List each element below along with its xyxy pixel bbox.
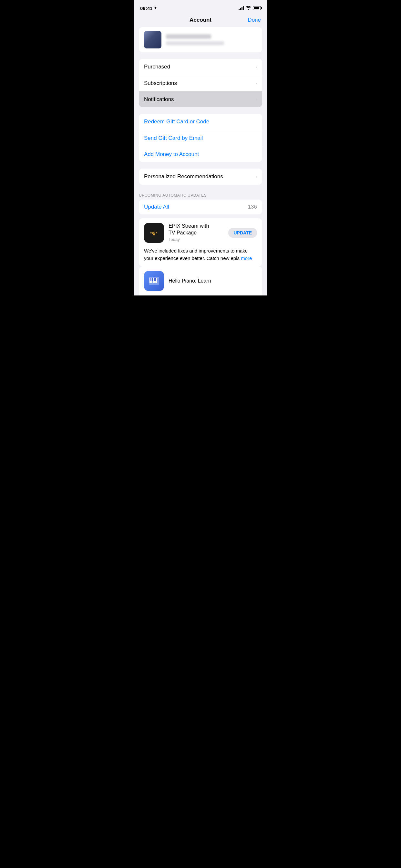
chevron-icon: › (255, 97, 257, 102)
redeem-gift-card-row[interactable]: Redeem Gift Card or Code (139, 114, 262, 130)
update-all-row[interactable]: Update All 136 (139, 199, 262, 214)
epix-logo: epix (144, 223, 164, 243)
epix-app-description: We've included fixes and improvements to… (139, 247, 262, 267)
notifications-label: Notifications (144, 96, 174, 103)
update-all-label: Update All (144, 204, 169, 210)
menu-section-3: Personalized Recommendations › (139, 168, 262, 185)
battery-icon (253, 6, 261, 10)
epix-update-button[interactable]: UPDATE (228, 228, 257, 238)
location-icon: ✈ (154, 6, 157, 10)
epix-app-row: epix EPIX Stream withTV Package Today UP… (139, 218, 262, 247)
add-money-row[interactable]: Add Money to Account (139, 146, 262, 162)
time-display: 09:41 (140, 5, 152, 11)
svg-rect-8 (154, 278, 155, 281)
hello-piano-icon (144, 271, 164, 291)
epix-app-info: EPIX Stream withTV Package Today (168, 223, 224, 242)
hello-piano-label: Hello Piano: Learn (168, 278, 211, 284)
personalized-recommendations-row[interactable]: Personalized Recommendations › (139, 168, 262, 185)
subscriptions-label: Subscriptions (144, 80, 177, 87)
user-email-blurred (166, 41, 224, 45)
done-button[interactable]: Done (245, 17, 261, 23)
nav-bar: Account Done (134, 14, 267, 27)
add-money-label: Add Money to Account (144, 151, 199, 158)
signal-bars (239, 6, 244, 10)
status-icons (239, 6, 261, 11)
subscriptions-row[interactable]: Subscriptions › (139, 75, 262, 91)
notifications-row[interactable]: Notifications › (139, 91, 262, 107)
epix-dot (153, 234, 155, 236)
user-info (166, 34, 257, 45)
redeem-gift-card-label: Redeem Gift Card or Code (144, 119, 209, 125)
user-name-blurred (166, 34, 211, 39)
epix-update-date: Today (168, 237, 224, 242)
status-bar: 09:41 ✈ (134, 0, 267, 14)
menu-section-2: Redeem Gift Card or Code Send Gift Card … (139, 114, 262, 162)
phone-container: 09:41 ✈ Account Done (134, 0, 267, 296)
wifi-icon (246, 6, 251, 11)
chevron-icon: › (255, 81, 257, 86)
chevron-icon: › (255, 64, 257, 69)
more-link[interactable]: more (241, 255, 252, 261)
status-time: 09:41 ✈ (140, 5, 157, 11)
epix-app-name: EPIX Stream withTV Package (168, 223, 224, 237)
hello-piano-section: Hello Piano: Learn (139, 267, 262, 296)
chevron-icon: › (255, 174, 257, 179)
user-row[interactable] (139, 27, 262, 52)
send-gift-card-row[interactable]: Send Gift Card by Email (139, 130, 262, 146)
menu-section-1: Purchased › Subscriptions › Notification… (139, 59, 262, 107)
user-profile-section (139, 27, 262, 52)
purchased-row[interactable]: Purchased › (139, 59, 262, 75)
svg-rect-7 (152, 278, 153, 281)
epix-app-icon: epix (144, 223, 164, 243)
svg-rect-9 (155, 278, 156, 281)
epix-app-section: epix EPIX Stream withTV Package Today UP… (139, 218, 262, 267)
page-title: Account (156, 17, 245, 23)
upcoming-updates-label: UPCOMING AUTOMATIC UPDATES (134, 191, 267, 199)
epix-desc-text: We've included fixes and improvements to… (144, 248, 248, 261)
personalized-recommendations-label: Personalized Recommendations (144, 174, 223, 180)
svg-rect-6 (150, 278, 151, 281)
update-count: 136 (248, 204, 257, 210)
avatar (144, 31, 161, 49)
send-gift-card-label: Send Gift Card by Email (144, 135, 203, 142)
purchased-label: Purchased (144, 64, 170, 70)
